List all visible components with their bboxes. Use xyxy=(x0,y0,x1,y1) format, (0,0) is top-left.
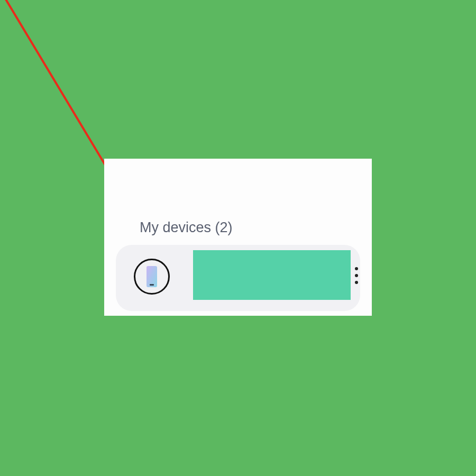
device-icon-circle xyxy=(134,259,170,295)
more-options-icon[interactable] xyxy=(355,267,358,284)
device-row[interactable] xyxy=(116,245,360,311)
phone-icon xyxy=(146,266,158,288)
svg-rect-3 xyxy=(150,284,154,286)
device-name-redacted xyxy=(193,250,351,300)
devices-panel: My devices (2) xyxy=(104,159,372,316)
section-title: My devices (2) xyxy=(140,219,233,236)
